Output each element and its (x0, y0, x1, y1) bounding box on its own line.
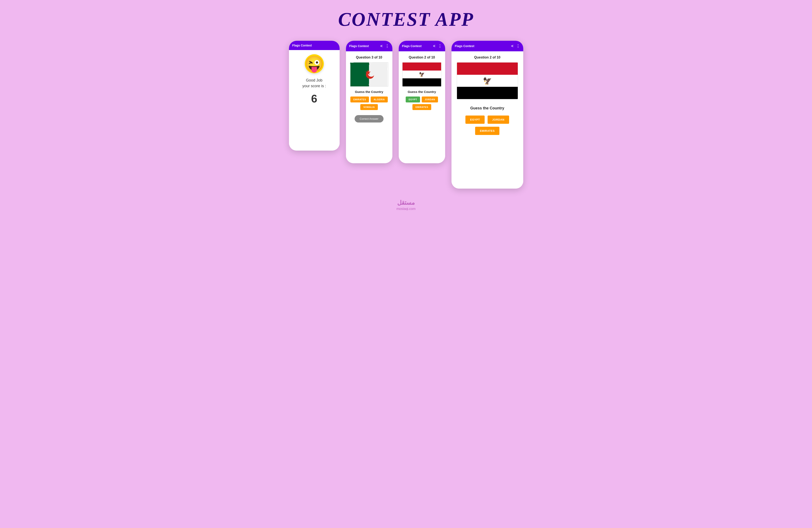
egypt-white-stripe: 🦅 (403, 71, 441, 79)
egypt-black-stripe-lg (457, 87, 518, 99)
eagle-emblem-large: 🦅 (483, 77, 492, 85)
egypt-red-stripe (403, 62, 441, 71)
appbar-icons-2: < ⋮ (380, 44, 389, 48)
score-text: Good Job your score is : (302, 77, 326, 89)
share-icon-3[interactable]: < (433, 44, 435, 48)
btn-algeria-2[interactable]: ALGERIA (371, 97, 388, 102)
question-label-4: Question 2 of 10 (474, 56, 500, 59)
flag-algeria (350, 62, 389, 87)
more-icon-4[interactable]: ⋮ (516, 44, 520, 48)
question-label-3: Question 2 of 10 (409, 56, 435, 59)
guess-label-4: Guess the Country (470, 106, 504, 111)
btn-jordan-4[interactable]: JORDAN (488, 115, 509, 124)
answer-buttons-2: EMIRATES ALGERIA SOMALIA (349, 97, 389, 110)
flag-egypt-small: 🦅 (402, 62, 442, 87)
egypt-white-stripe-lg: 🦅 (457, 75, 518, 87)
flag-egypt-large: 🦅 (455, 62, 520, 99)
btn-somalia-2[interactable]: SOMALIA (360, 104, 378, 110)
phone-body-1: 😜 Good Job your score is : 6 (289, 50, 339, 151)
egypt-black-stripe (403, 79, 441, 86)
guess-label-2: Guess the Country (355, 90, 383, 94)
watermark-arabic: مستقل (396, 199, 416, 206)
algeria-flag-svg (350, 62, 388, 87)
phone-body-3: Question 2 of 10 🦅 Guess the Country EGY… (399, 51, 445, 163)
btn-emirates-2[interactable]: EMIRATES (350, 97, 369, 102)
watermark-latin: mostaqi.com (396, 207, 416, 211)
appbar-title-2: Flags Contest (349, 44, 369, 48)
share-icon[interactable]: < (380, 44, 383, 48)
appbar-4: Flags Contest < ⋮ (451, 41, 523, 51)
btn-egypt-4[interactable]: EGYPT (465, 115, 484, 124)
correct-answer-btn[interactable]: Correct Answer (354, 115, 383, 123)
page-title: CONTEST APP (338, 9, 474, 30)
phone-algeria: Flags Contest < ⋮ Question 3 of 10 (346, 41, 392, 163)
phone-egypt-small: Flags Contest < ⋮ Question 2 of 10 🦅 Gue… (399, 41, 445, 163)
phone-body-2: Question 3 of 10 (346, 51, 392, 163)
appbar-3: Flags Contest < ⋮ (399, 41, 445, 51)
appbar-icons-4: < ⋮ (511, 44, 520, 48)
appbar-icons-3: < ⋮ (433, 44, 442, 48)
appbar-title-3: Flags Contest (402, 44, 422, 48)
appbar-title-4: Flags Contest (455, 44, 475, 48)
btn-egypt-3[interactable]: EGYPT (406, 97, 420, 102)
phone-egypt-large: Flags Contest < ⋮ Question 2 of 10 🦅 Gue… (451, 41, 523, 189)
appbar-1: Flags Contest (289, 41, 339, 50)
emoji-icon: 😜 (305, 54, 324, 73)
share-icon-4[interactable]: < (511, 44, 513, 48)
score-number: 6 (311, 92, 317, 105)
answer-buttons-3: EGYPT JORDAN EMIRATES (402, 97, 442, 110)
answer-buttons-4: EGYPT JORDAN EMIRATES (455, 115, 520, 135)
btn-emirates-3[interactable]: EMIRATES (412, 104, 431, 110)
btn-jordan-3[interactable]: JORDAN (422, 97, 438, 102)
phones-container: Flags Contest 😜 Good Job your score is :… (289, 41, 523, 189)
appbar-2: Flags Contest < ⋮ (346, 41, 392, 51)
appbar-title-1: Flags Contest (292, 44, 312, 47)
question-label-2: Question 3 of 10 (356, 56, 382, 59)
egypt-red-stripe-lg (457, 62, 518, 75)
btn-emirates-4[interactable]: EMIRATES (475, 127, 499, 135)
guess-label-3: Guess the Country (408, 90, 436, 94)
eagle-emblem-small: 🦅 (419, 72, 425, 77)
phone-score: Flags Contest 😜 Good Job your score is :… (289, 41, 339, 151)
more-icon-3[interactable]: ⋮ (438, 44, 442, 48)
more-icon[interactable]: ⋮ (385, 44, 389, 48)
watermark: مستقل mostaqi.com (396, 199, 416, 211)
phone-body-4: Question 2 of 10 🦅 Guess the Country EGY… (451, 51, 523, 189)
